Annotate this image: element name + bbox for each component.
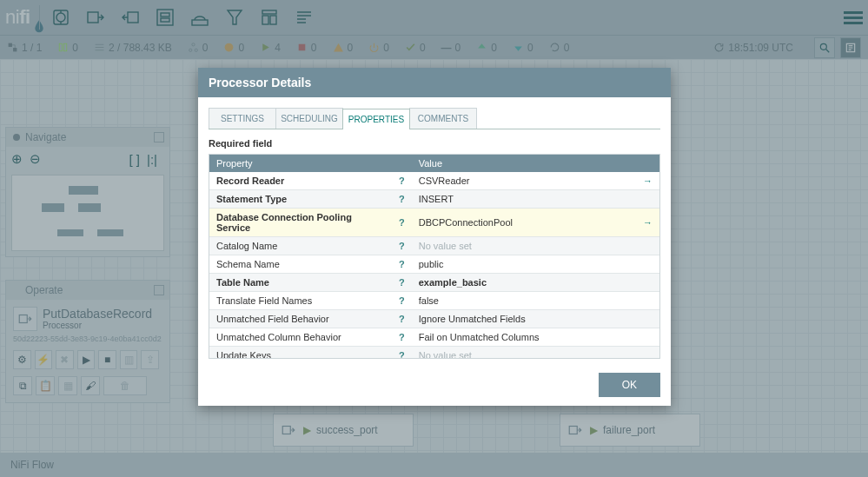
property-value: INSERT [412, 190, 636, 209]
goto-service-icon[interactable]: → [636, 209, 659, 237]
tab-properties[interactable]: PROPERTIES [342, 109, 410, 129]
property-table: Property Value Record Reader?CSVReader→S… [209, 155, 659, 359]
property-row[interactable]: Schema Name?public [209, 255, 659, 274]
property-name: Unmatched Column Behavior [209, 328, 392, 347]
property-table-container: Property Value Record Reader?CSVReader→S… [209, 154, 660, 359]
property-name: Table Name [209, 274, 392, 292]
goto-service-icon [636, 347, 659, 360]
col-property: Property [209, 155, 412, 172]
help-icon[interactable]: ? [392, 328, 412, 347]
goto-service-icon[interactable]: → [636, 172, 659, 190]
property-row[interactable]: Unmatched Field Behavior?Ignore Unmatche… [209, 310, 659, 328]
help-icon[interactable]: ? [392, 255, 412, 274]
property-value: Fail on Unmatched Columns [412, 328, 636, 347]
goto-service-icon [636, 292, 659, 310]
property-row[interactable]: Record Reader?CSVReader→ [209, 172, 659, 190]
property-name: Database Connection Pooling Service [209, 209, 392, 237]
property-value: No value set [412, 237, 636, 255]
goto-service-icon [636, 190, 659, 209]
help-icon[interactable]: ? [392, 237, 412, 255]
tab-settings[interactable]: SETTINGS [209, 108, 276, 129]
col-value: Value [412, 155, 659, 172]
property-row[interactable]: Table Name?example_basic [209, 274, 659, 292]
goto-service-icon [636, 310, 659, 328]
tab-scheduling[interactable]: SCHEDULING [275, 108, 343, 129]
property-row[interactable]: Update Keys?No value set [209, 347, 659, 360]
property-name: Catalog Name [209, 237, 392, 255]
help-icon[interactable]: ? [392, 190, 412, 209]
property-value: public [412, 255, 636, 274]
ok-button[interactable]: OK [599, 373, 660, 397]
help-icon[interactable]: ? [392, 274, 412, 292]
property-name: Translate Field Names [209, 292, 392, 310]
property-value: example_basic [412, 274, 636, 292]
help-icon[interactable]: ? [392, 172, 412, 190]
property-name: Statement Type [209, 190, 392, 209]
property-name: Schema Name [209, 255, 392, 274]
goto-service-icon [636, 274, 659, 292]
dialog-tabs: SETTINGS SCHEDULING PROPERTIES COMMENTS [209, 108, 660, 129]
property-name: Record Reader [209, 172, 392, 190]
processor-details-dialog: Processor Details SETTINGS SCHEDULING PR… [198, 68, 671, 406]
property-name: Update Keys [209, 347, 392, 360]
property-row[interactable]: Unmatched Column Behavior?Fail on Unmatc… [209, 328, 659, 347]
property-value: Ignore Unmatched Fields [412, 310, 636, 328]
property-value: CSVReader [412, 172, 636, 190]
property-row[interactable]: Database Connection Pooling Service?DBCP… [209, 209, 659, 237]
goto-service-icon [636, 255, 659, 274]
property-row[interactable]: Catalog Name?No value set [209, 237, 659, 255]
help-icon[interactable]: ? [392, 292, 412, 310]
dialog-title: Processor Details [198, 68, 671, 97]
property-value: false [412, 292, 636, 310]
property-value: DBCPConnectionPool [412, 209, 636, 237]
required-field-label: Required field [209, 138, 660, 149]
help-icon[interactable]: ? [392, 347, 412, 360]
property-row[interactable]: Statement Type?INSERT [209, 190, 659, 209]
tab-comments[interactable]: COMMENTS [409, 108, 477, 129]
property-row[interactable]: Translate Field Names?false [209, 292, 659, 310]
property-name: Unmatched Field Behavior [209, 310, 392, 328]
goto-service-icon [636, 328, 659, 347]
goto-service-icon [636, 237, 659, 255]
help-icon[interactable]: ? [392, 209, 412, 237]
property-value: No value set [412, 347, 636, 360]
help-icon[interactable]: ? [392, 310, 412, 328]
